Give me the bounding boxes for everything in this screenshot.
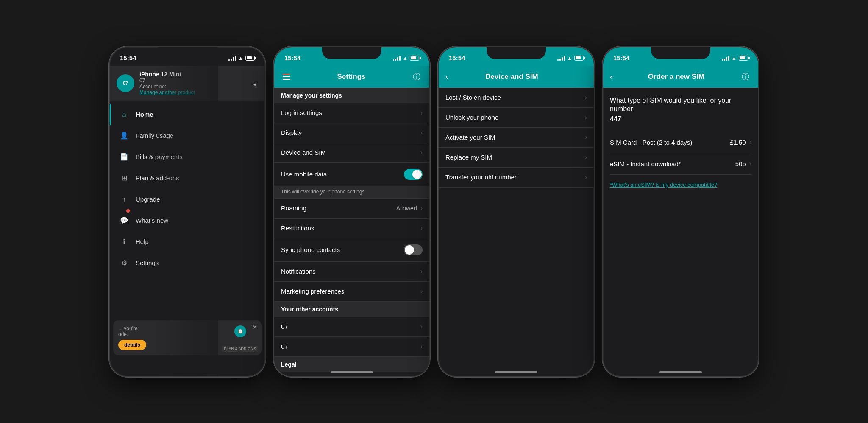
close-icon[interactable]: ✕ [252,324,257,331]
info-icon: ℹ [120,237,129,247]
nav-label-bills: Bills & payments [136,153,183,160]
nav-label-whats-new: What's new [136,217,168,224]
settings-notifications[interactable]: Notifications › [274,262,429,282]
wifi-icon3: ▲ [567,55,572,61]
esim-link[interactable]: *What's an eSIM? Is my device compatible… [610,182,751,188]
ad-button[interactable]: details [118,340,146,350]
transfer-number[interactable]: Transfer your old number › [439,168,594,188]
account-chevron-icon[interactable]: ⌄ [252,78,258,88]
sidebar-item-home[interactable]: ⌂ Home [110,104,265,125]
phone1-time: 15:54 [120,54,136,62]
replace-sim[interactable]: Replace my SIM › [439,148,594,168]
phone3-time: 15:54 [449,54,465,62]
esim-option[interactable]: eSIM - Instant download* 50p › [610,153,751,175]
info-button4[interactable]: ⓘ [740,71,751,83]
sidebar-item-bills[interactable]: 📄 Bills & payments [110,146,265,168]
phone1: 15:54 ▲ 07 iPhone 12 Mini 07 Account no:… [109,46,266,377]
notification-badge [126,209,130,213]
sim-card-right: £1.50 › [730,138,751,146]
phone1-status-icons: ▲ [228,55,255,61]
account-header[interactable]: 07 iPhone 12 Mini 07 Account no: Manage … [110,66,265,101]
order-intro: What type of SIM would you like for your… [610,96,751,114]
sidebar-item-settings[interactable]: ⚙ Settings [110,252,265,274]
sidebar-item-plan[interactable]: ⊞ Plan & add-ons [110,168,265,189]
account-id: 07 [139,78,247,84]
phone2: 15:54 ▲ Settings ⓘ Manage your settings [273,46,430,377]
settings-marketing[interactable]: Marketing preferences › [274,282,429,302]
order-sim-title: Order a new SIM [613,73,740,81]
override-text: This will override your phone settings [274,186,429,199]
chevron-icon: › [420,288,423,295]
settings-header: Settings ⓘ [274,66,429,88]
phone2-status-bar: 15:54 ▲ [274,47,429,66]
sidebar-item-upgrade[interactable]: ↑ Upgrade [110,189,265,210]
esim-right: 50p › [735,160,751,168]
sync-contacts-toggle[interactable] [404,244,423,255]
unlock-phone[interactable]: Unlock your phone › [439,108,594,128]
phone2-status-icons: ▲ [393,55,419,61]
signal-icon3 [557,56,565,61]
legal-version: Version 4.52.0 [274,372,429,377]
back-button4[interactable]: ‹ [610,72,613,81]
users-icon: 👤 [120,131,129,140]
plan-addon-label: PLAN & ADD-ONS [222,346,258,352]
signal-icon2 [393,56,401,61]
sim-card-option[interactable]: SIM Card - Post (2 to 4 days) £1.50 › [610,132,751,153]
nav-label-home: Home [136,111,153,118]
info-button[interactable]: ⓘ [411,71,423,83]
chevron-icon: › [585,174,587,181]
device-name: iPhone 12 Mini [139,71,247,78]
account-label: Account no: [139,84,247,90]
mobile-data-toggle[interactable] [404,169,423,180]
settings-roaming[interactable]: Roaming Allowed › [274,199,429,219]
settings-device-sim[interactable]: Device and SIM › [274,143,429,163]
sidebar-item-family[interactable]: 👤 Family usage [110,125,265,146]
wifi-icon: ▲ [238,55,243,61]
sidebar-item-whats-new[interactable]: 💬 What's new [110,210,265,231]
sidebar-item-help[interactable]: ℹ Help [110,231,265,252]
phone3: 15:54 ▲ ‹ Device and SIM Lost / Stolen d… [438,46,595,377]
chevron-icon: › [420,129,423,137]
phone3-status-icons: ▲ [557,55,584,61]
lost-stolen[interactable]: Lost / Stolen device › [439,88,594,108]
section-legal: Legal [274,357,429,372]
chevron-icon: › [749,160,751,168]
section-accounts: Your other accounts [274,302,429,317]
battery-icon2 [410,56,419,61]
menu-icon[interactable] [281,72,292,81]
receipt-icon: 📄 [120,152,129,162]
grid-icon: ⊞ [120,174,129,183]
battery-icon3 [574,56,584,61]
nav-label-plan: Plan & add-ons [136,174,179,182]
account-item-1[interactable]: 07 › [274,317,429,337]
account-info: iPhone 12 Mini 07 Account no: Manage ano… [139,71,247,95]
settings-login[interactable]: Log in settings › [274,103,429,123]
settings-display[interactable]: Display › [274,123,429,143]
settings-mobile-data[interactable]: Use mobile data [274,163,429,186]
manage-link[interactable]: Manage another product [139,90,247,95]
phone4-status-icons: ▲ [722,55,748,61]
activate-sim[interactable]: Activate your SIM › [439,128,594,148]
account-item-2[interactable]: 07 › [274,337,429,357]
order-body: What type of SIM would you like for your… [603,88,758,197]
chevron-icon: › [585,114,587,121]
upgrade-icon: ↑ [120,195,129,204]
teal-dot: 📋 [234,325,246,337]
settings-sync-contacts[interactable]: Sync phone contacts [274,238,429,262]
sidebar-nav: ⌂ Home 👤 Family usage 📄 Bills & payments… [110,101,265,277]
chevron-icon: › [420,323,423,331]
chevron-icon: › [749,138,751,146]
nav-label-family: Family usage [136,132,173,139]
device-sim-scroll: Lost / Stolen device › Unlock your phone… [439,88,594,377]
settings-restrictions[interactable]: Restrictions › [274,219,429,238]
ad-banner: ✕ ... you'reode. details PLAN & ADD-ONS … [113,320,262,355]
phones-container: 15:54 ▲ 07 iPhone 12 Mini 07 Account no:… [100,38,768,386]
phone2-time: 15:54 [284,54,300,62]
signal-icon [228,56,236,61]
chevron-icon: › [585,94,587,101]
battery-icon [245,56,255,61]
back-button[interactable]: ‹ [445,72,448,81]
signal-icon4 [722,56,729,61]
settings-title: Settings [292,73,411,81]
nav-label-upgrade: Upgrade [136,196,160,203]
